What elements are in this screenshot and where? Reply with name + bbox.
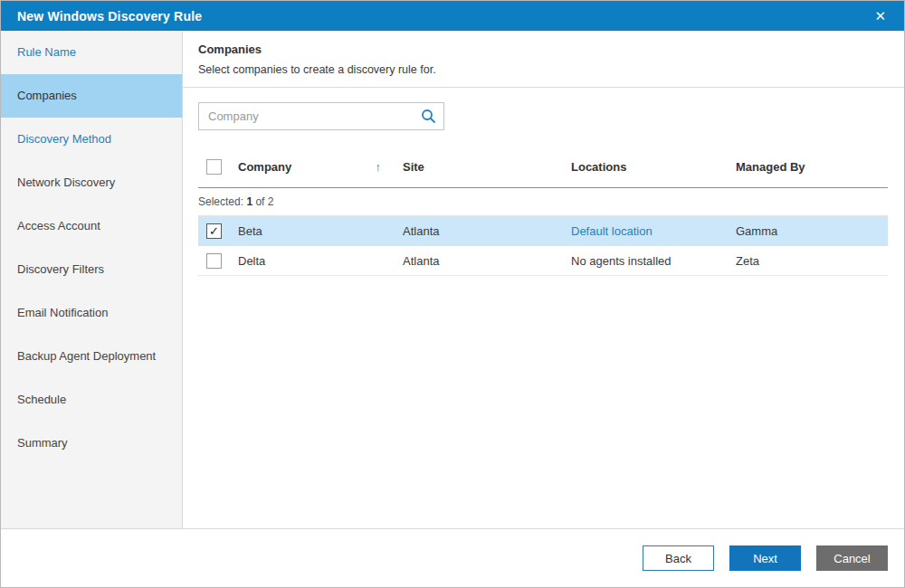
new-windows-discovery-rule-dialog: New Windows Discovery Rule ✕ Rule Name C… (0, 0, 905, 588)
table-row[interactable]: ✓ Beta Atlanta Default location Gamma (198, 216, 888, 246)
search-icon[interactable] (413, 103, 443, 129)
cell-locations-link[interactable]: Default location (571, 224, 653, 238)
column-header-site[interactable]: Site (403, 160, 571, 174)
page-title: Companies (198, 43, 888, 56)
cancel-button[interactable]: Cancel (816, 545, 888, 571)
row-checkbox[interactable]: ✓ (206, 253, 222, 269)
sidebar-item-backup-agent-deployment[interactable]: Backup Agent Deployment (1, 335, 182, 378)
dialog-title: New Windows Discovery Rule (17, 9, 202, 24)
column-header-company[interactable]: Company ↑ (238, 160, 403, 174)
select-all-checkbox[interactable]: ✓ (206, 159, 222, 175)
sidebar-item-summary[interactable]: Summary (1, 422, 182, 465)
sidebar-item-access-account[interactable]: Access Account (1, 204, 182, 248)
sort-ascending-icon: ↑ (376, 160, 382, 174)
column-header-locations[interactable]: Locations (571, 160, 736, 174)
cell-managed-by: Zeta (736, 254, 888, 268)
cell-company: Delta (238, 254, 403, 268)
row-checkbox[interactable]: ✓ (206, 223, 222, 239)
table-header-row: ✓ Company ↑ Site Locations Managed By (198, 147, 888, 188)
selected-summary: Selected: 1 of 2 (198, 188, 888, 216)
back-button[interactable]: Back (643, 545, 714, 571)
sidebar-item-network-discovery[interactable]: Network Discovery (1, 161, 182, 204)
sidebar-item-schedule[interactable]: Schedule (1, 378, 182, 422)
selected-count: 1 (246, 195, 252, 208)
page-subtitle: Select companies to create a discovery r… (198, 63, 888, 76)
cell-managed-by: Gamma (736, 224, 888, 238)
cell-site: Atlanta (403, 254, 571, 268)
titlebar: New Windows Discovery Rule ✕ (1, 1, 904, 31)
sidebar-item-rule-name[interactable]: Rule Name (1, 31, 182, 74)
wizard-footer: Back Next Cancel (1, 528, 904, 587)
check-icon: ✓ (209, 225, 219, 237)
cell-locations: No agents installed (571, 254, 736, 268)
sidebar-item-discovery-filters[interactable]: Discovery Filters (1, 248, 182, 291)
close-icon[interactable]: ✕ (869, 5, 891, 26)
search-input[interactable] (199, 103, 413, 129)
cell-company: Beta (238, 224, 403, 238)
cell-site: Atlanta (403, 224, 571, 238)
sidebar-item-discovery-method[interactable]: Discovery Method (1, 118, 182, 161)
next-button[interactable]: Next (729, 545, 801, 571)
wizard-steps-sidebar: Rule Name Companies Discovery Method Net… (1, 31, 183, 528)
company-search-box (198, 102, 444, 130)
table-row[interactable]: ✓ Delta Atlanta No agents installed Zeta (198, 246, 888, 276)
column-header-managed-by[interactable]: Managed By (736, 160, 888, 174)
sidebar-item-email-notification[interactable]: Email Notification (1, 291, 182, 335)
sidebar-item-companies[interactable]: Companies (1, 74, 182, 118)
companies-step-panel: Companies Select companies to create a d… (183, 31, 904, 528)
step-header: Companies Select companies to create a d… (183, 31, 904, 88)
